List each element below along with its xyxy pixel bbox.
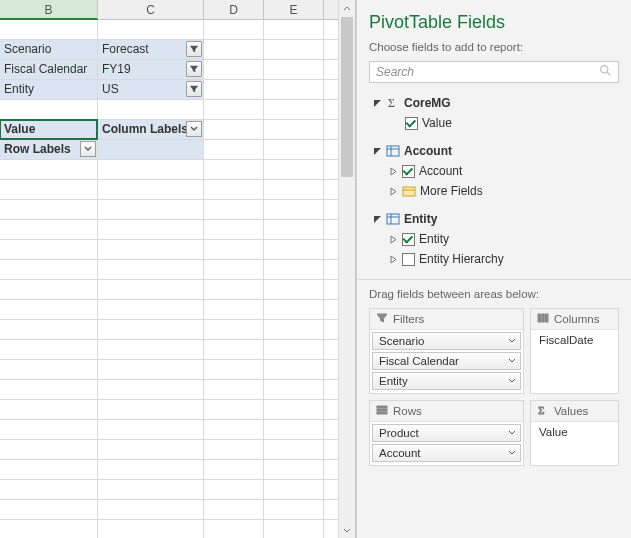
- expand-icon[interactable]: [389, 255, 398, 264]
- collapse-icon[interactable]: [373, 99, 382, 108]
- col-header-c[interactable]: C: [98, 0, 204, 19]
- field-group-entity[interactable]: Entity: [369, 209, 619, 229]
- svg-point-0: [601, 66, 608, 73]
- search-input[interactable]: Search: [369, 61, 619, 83]
- area-rows[interactable]: Rows Product Account: [369, 400, 524, 466]
- field-item-entity[interactable]: Entity: [369, 229, 619, 249]
- filter-icon[interactable]: [186, 61, 202, 77]
- svg-rect-8: [387, 214, 399, 224]
- filter-value-fiscal[interactable]: FY19: [98, 60, 204, 80]
- expand-icon[interactable]: [389, 187, 398, 196]
- search-icon: [599, 64, 612, 80]
- field-group-coremg[interactable]: Σ CoreMG: [369, 93, 619, 113]
- svg-rect-15: [377, 409, 387, 411]
- expand-icon[interactable]: [389, 235, 398, 244]
- field-group-account[interactable]: Account: [369, 141, 619, 161]
- pivot-column-labels-cell[interactable]: Column Labels: [98, 120, 204, 140]
- sigma-icon: Σ: [537, 404, 549, 418]
- col-header-e[interactable]: E: [264, 0, 324, 19]
- svg-rect-6: [403, 187, 415, 196]
- col-header-b[interactable]: B: [0, 0, 98, 20]
- checkbox-checked-icon[interactable]: [402, 233, 415, 246]
- more-fields-icon: [402, 184, 416, 198]
- drag-hint: Drag fields between areas below:: [369, 288, 619, 300]
- pane-title: PivotTable Fields: [369, 12, 619, 33]
- collapse-icon[interactable]: [373, 147, 382, 156]
- rows-chip-account[interactable]: Account: [372, 444, 521, 462]
- field-item-value[interactable]: Value: [369, 113, 619, 133]
- spreadsheet: B C D E Scenario Forecast Fiscal Calenda…: [0, 0, 356, 538]
- svg-rect-16: [377, 412, 387, 414]
- collapse-icon[interactable]: [373, 215, 382, 224]
- table-icon: [386, 144, 400, 158]
- filter-icon[interactable]: [186, 41, 202, 57]
- filter-label-entity: Entity: [0, 80, 98, 100]
- svg-text:Σ: Σ: [538, 404, 544, 416]
- filter-value-scenario[interactable]: Forecast: [98, 40, 204, 60]
- field-item-account[interactable]: Account: [369, 161, 619, 181]
- svg-rect-13: [546, 314, 549, 322]
- area-values[interactable]: Σ Values Value: [530, 400, 619, 466]
- checkbox-checked-icon[interactable]: [405, 117, 418, 130]
- field-item-entity-hierarchy[interactable]: Entity Hierarchy: [369, 249, 619, 269]
- scroll-down-icon[interactable]: [339, 521, 355, 538]
- col-header-d[interactable]: D: [204, 0, 264, 19]
- checkbox-unchecked-icon[interactable]: [402, 253, 415, 266]
- svg-text:Σ: Σ: [388, 96, 395, 110]
- chevron-down-icon[interactable]: [80, 141, 96, 157]
- expand-icon[interactable]: [389, 167, 398, 176]
- area-filters[interactable]: Filters Scenario Fiscal Calendar Entity: [369, 308, 524, 394]
- rows-chip-product[interactable]: Product: [372, 424, 521, 442]
- pivot-value-cell[interactable]: Value: [0, 120, 98, 140]
- field-item-more-fields[interactable]: More Fields: [369, 181, 619, 201]
- table-icon: [386, 212, 400, 226]
- funnel-icon: [376, 312, 388, 326]
- filter-label-scenario: Scenario: [0, 40, 98, 60]
- filter-icon[interactable]: [186, 81, 202, 97]
- pivot-row-labels-cell[interactable]: Row Labels: [0, 140, 98, 160]
- columns-icon: [537, 312, 549, 326]
- scroll-thumb[interactable]: [341, 17, 353, 177]
- field-list: Σ CoreMG Value Account Account: [369, 93, 619, 269]
- svg-line-1: [607, 72, 610, 75]
- filter-chip-fiscal[interactable]: Fiscal Calendar: [372, 352, 521, 370]
- vertical-scrollbar[interactable]: [338, 0, 355, 538]
- rows-icon: [376, 404, 388, 418]
- scroll-up-icon[interactable]: [339, 0, 355, 17]
- areas-grid: Filters Scenario Fiscal Calendar Entity …: [369, 308, 619, 466]
- chevron-down-icon[interactable]: [186, 121, 202, 137]
- checkbox-checked-icon[interactable]: [402, 165, 415, 178]
- pane-hint: Choose fields to add to report:: [369, 41, 619, 53]
- sigma-icon: Σ: [386, 96, 400, 110]
- columns-item-fiscaldate[interactable]: FiscalDate: [533, 332, 616, 348]
- svg-rect-11: [538, 314, 541, 322]
- filter-value-entity[interactable]: US: [98, 80, 204, 100]
- svg-rect-14: [377, 406, 387, 408]
- values-item-value[interactable]: Value: [533, 424, 616, 440]
- column-headers: B C D E: [0, 0, 355, 20]
- filter-chip-scenario[interactable]: Scenario: [372, 332, 521, 350]
- pivot-empty-header: [98, 140, 204, 160]
- grid[interactable]: Scenario Forecast Fiscal Calendar FY19 E…: [0, 20, 355, 538]
- pivot-fields-pane: PivotTable Fields Choose fields to add t…: [356, 0, 631, 538]
- svg-rect-3: [387, 146, 399, 156]
- svg-rect-12: [542, 314, 545, 322]
- area-columns[interactable]: Columns FiscalDate: [530, 308, 619, 394]
- filter-chip-entity[interactable]: Entity: [372, 372, 521, 390]
- filter-label-fiscal: Fiscal Calendar: [0, 60, 98, 80]
